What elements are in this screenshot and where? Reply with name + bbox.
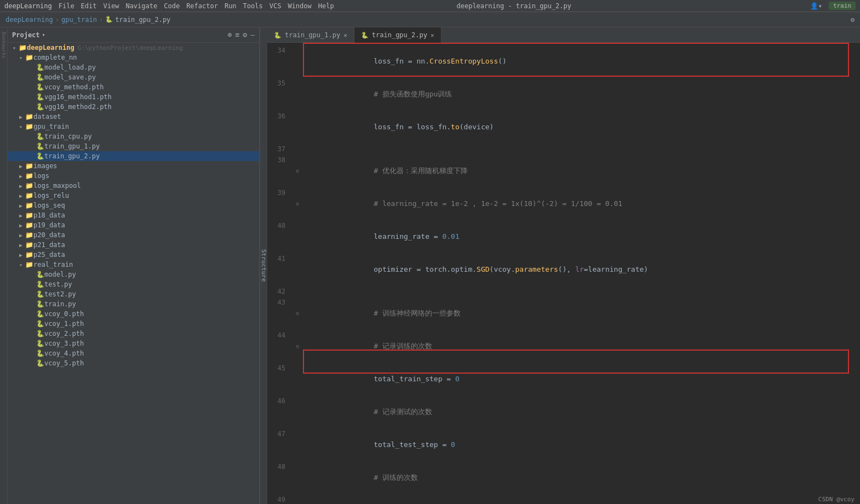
sidebar-header: Project ▾ ⊕ ≡ ⚙ —	[8, 27, 259, 43]
tree-vcoy5[interactable]: 🐍 vcoy_5.pth	[8, 358, 259, 368]
tree-p25[interactable]: ▶ 📁 p25_data	[8, 250, 259, 260]
menu-vcs[interactable]: VCS	[270, 2, 282, 10]
tree-model-py[interactable]: 🐍 model.py	[8, 270, 259, 279]
code-line-48: 48 # 训练的次数	[267, 461, 860, 494]
tree-vgg16-2[interactable]: 🐍 vgg16_method2.pth	[8, 102, 259, 112]
tabs-bar: 🐍 train_gpu_1.py ✕ 🐍 train_gpu_2.py ✕	[267, 27, 860, 43]
breadcrumb-project[interactable]: deepLearning	[5, 16, 53, 24]
tree-vcoy0[interactable]: 🐍 vcoy_0.pth	[8, 309, 259, 319]
code-editor[interactable]: 34 loss_fn = nn.CrossEntropyLoss() 35 # …	[267, 43, 860, 504]
bookmark-icon: Bookmarks	[1, 32, 7, 59]
tree-p18[interactable]: ▶ 📁 p18_data	[8, 210, 259, 220]
code-line-46: 46 # 记录测试的次数	[267, 396, 860, 428]
sidebar-title: Project ▾	[12, 31, 45, 39]
tree-logs[interactable]: ▶ 📁 logs	[8, 171, 259, 181]
tree-vcoy-method[interactable]: 🐍 vcoy_method.pth	[8, 82, 259, 92]
menu-file[interactable]: File	[59, 2, 74, 10]
sidebar-icon-4[interactable]: —	[250, 31, 255, 39]
tree-vcoy4[interactable]: 🐍 vcoy_4.pth	[8, 348, 259, 358]
tab2-close[interactable]: ✕	[431, 32, 434, 39]
tree-real-train[interactable]: ▾ 📁 real_train	[8, 260, 259, 270]
code-line-39: 39 ⊟ # learning_rate = 1e-2 , 1e-2 = 1x(…	[267, 187, 860, 220]
code-line-38: 38 ⊟ # 优化器：采用随机梯度下降	[267, 154, 860, 187]
project-label: Project	[12, 31, 40, 39]
tree-vgg16-1[interactable]: 🐍 vgg16_method1.pth	[8, 92, 259, 102]
menu-run[interactable]: Run	[225, 2, 237, 10]
menu-bar: deepLearning File Edit View Navigate Cod…	[0, 0, 860, 12]
sidebar-icons: ⊕ ≡ ⚙ —	[228, 31, 255, 39]
menu-edit[interactable]: Edit	[81, 2, 97, 10]
tree-dataset[interactable]: ▶ 📁 dataset	[8, 112, 259, 122]
watermark: CSDN @vcoy	[813, 495, 860, 504]
main-layout: Bookmarks Project ▾ ⊕ ≡ ⚙ — ▾ 📁 deepLear…	[0, 27, 860, 504]
right-user-icon[interactable]: 👤▾	[810, 2, 822, 10]
tree-images[interactable]: ▶ 📁 images	[8, 161, 259, 171]
tree-p20[interactable]: ▶ 📁 p20_data	[8, 230, 259, 240]
window-title: deeplearning - train_gpu_2.py	[457, 2, 572, 10]
project-sidebar: Project ▾ ⊕ ≡ ⚙ — ▾ 📁 deepLearning G:\py…	[8, 27, 260, 504]
sidebar-icon-2[interactable]: ≡	[236, 31, 240, 39]
tab2-label: train_gpu_2.py	[372, 31, 427, 39]
right-train-btn[interactable]: train	[829, 2, 856, 10]
tree-p21[interactable]: ▶ 📁 p21_data	[8, 240, 259, 250]
tab2-icon: 🐍	[361, 32, 369, 39]
code-line-49: 49 epoch = 10	[267, 494, 860, 504]
code-line-34: 34 loss_fn = nn.CrossEntropyLoss()	[267, 45, 860, 78]
tree-model-load[interactable]: 🐍 model_load.py	[8, 62, 259, 72]
tree-train-gpu2[interactable]: 🐍 train_gpu_2.py	[8, 151, 259, 161]
tree-train-py[interactable]: 🐍 train.py	[8, 299, 259, 309]
sidebar-icon-3[interactable]: ⚙	[243, 31, 247, 39]
code-line-35: 35 # 损失函数使用gpu训练	[267, 78, 860, 111]
gear-icon[interactable]: ⚙	[851, 16, 855, 24]
tab-train-gpu1[interactable]: 🐍 train_gpu_1.py ✕	[267, 27, 354, 43]
editor-area: 🐍 train_gpu_1.py ✕ 🐍 train_gpu_2.py ✕ 34	[267, 27, 860, 504]
tab1-close[interactable]: ✕	[343, 32, 347, 39]
tree-vcoy3[interactable]: 🐍 vcoy_3.pth	[8, 339, 259, 348]
dropdown-icon[interactable]: ▾	[42, 32, 45, 38]
code-line-43: 43 ⊟ # 训练神经网络的一些参数	[267, 297, 860, 330]
tab1-label: train_gpu_1.py	[285, 31, 340, 39]
menu-view[interactable]: View	[104, 2, 119, 10]
tab1-icon: 🐍	[274, 32, 282, 39]
menu-help[interactable]: Help	[318, 2, 334, 10]
code-wrapper: 34 loss_fn = nn.CrossEntropyLoss() 35 # …	[267, 43, 860, 504]
tree-vcoy2[interactable]: 🐍 vcoy_2.pth	[8, 329, 259, 339]
menu-tools[interactable]: Tools	[243, 2, 263, 10]
code-line-45: 45 total_train_step = 0	[267, 363, 860, 396]
structure-bar[interactable]: Structure	[260, 27, 267, 504]
tree-model-save[interactable]: 🐍 model_save.py	[8, 72, 259, 82]
breadcrumb-right-icons: ⚙	[851, 16, 855, 24]
menu-navigate[interactable]: Navigate	[125, 2, 157, 10]
breadcrumb-file[interactable]: train_gpu_2.py	[115, 16, 170, 24]
breadcrumb-file-icon: 🐍	[105, 16, 113, 23]
tree-gpu-train[interactable]: ▾ 📁 gpu_train	[8, 122, 259, 131]
code-line-44: 44 ⊟ # 记录训练的次数	[267, 330, 860, 363]
menu-code[interactable]: Code	[164, 2, 180, 10]
tree-train-cpu[interactable]: 🐍 train_cpu.py	[8, 131, 259, 141]
breadcrumb-bar: deepLearning › gpu_train › 🐍 train_gpu_2…	[0, 12, 860, 27]
tree-test-py[interactable]: 🐍 test.py	[8, 279, 259, 289]
menu-refactor[interactable]: Refactor	[186, 2, 218, 10]
tree-vcoy1[interactable]: 🐍 vcoy_1.pth	[8, 319, 259, 329]
menu-window[interactable]: Window	[288, 2, 311, 10]
code-line-36: 36 loss_fn = loss_fn.to(device)	[267, 111, 860, 144]
code-line-41: 41 optimizer = torch.optim.SGD(vcoy.para…	[267, 253, 860, 286]
sidebar-icon-1[interactable]: ⊕	[228, 31, 232, 39]
tree-logs-seq[interactable]: ▶ 📁 logs_seq	[8, 201, 259, 210]
breadcrumb-folder[interactable]: gpu_train	[61, 16, 97, 24]
code-line-37: 37	[267, 144, 860, 154]
left-strip: Bookmarks	[0, 27, 8, 504]
tree-logs-maxpool[interactable]: ▶ 📁 logs_maxpool	[8, 181, 259, 191]
tree-complete-nn[interactable]: ▾ 📁 complete_nn	[8, 53, 259, 62]
tree-p19[interactable]: ▶ 📁 p19_data	[8, 220, 259, 230]
tree-root[interactable]: ▾ 📁 deepLearning G:\pythonProject\deepLe…	[8, 43, 259, 53]
code-line-40: 40 learning_rate = 0.01	[267, 220, 860, 253]
file-tree: ▾ 📁 deepLearning G:\pythonProject\deepLe…	[8, 43, 259, 368]
code-line-47: 47 total_test_step = 0	[267, 428, 860, 461]
tab-train-gpu2[interactable]: 🐍 train_gpu_2.py ✕	[354, 27, 442, 43]
tree-train-gpu1[interactable]: 🐍 train_gpu_1.py	[8, 141, 259, 151]
tree-test2-py[interactable]: 🐍 test2.py	[8, 289, 259, 299]
tree-logs-relu[interactable]: ▶ 📁 logs_relu	[8, 191, 259, 201]
code-line-42: 42	[267, 286, 860, 297]
menu-app: deepLearning	[4, 2, 52, 10]
